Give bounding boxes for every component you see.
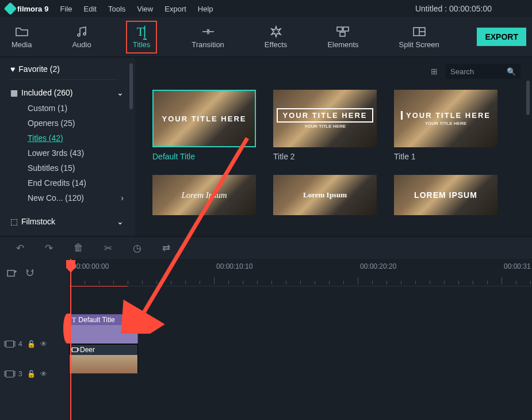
category-subtitles-label: Subtitles (15)	[28, 163, 75, 173]
category-openers-label: Openers (25)	[28, 119, 75, 128]
category-subtitles[interactable]: Subtitles (15)	[28, 161, 135, 175]
tool-titles[interactable]: T| Titles	[126, 21, 158, 54]
category-titles-label: Titles (42)	[28, 133, 63, 143]
video-clip[interactable]: Deer	[69, 344, 138, 373]
track-4-num: 4	[18, 340, 22, 348]
menu-tools[interactable]: Tools	[108, 5, 125, 13]
history-button[interactable]: ◷	[133, 242, 141, 254]
title-thumb-script[interactable]: Lorem Ipsum	[152, 175, 256, 215]
timeline-ruler[interactable]: 00:00:00:00 00:00:10:10 00:00:20:20 00:0…	[69, 259, 532, 287]
filmstock-category[interactable]: ⬚ Filmstock ⌄	[10, 217, 135, 226]
thumb-overlay-text: YOUR TITLE HERE	[162, 114, 246, 123]
category-openers[interactable]: Openers (25)	[28, 116, 135, 131]
category-sidebar: ♥ Favorite (2) ▦ Included (260) ⌄ Custom…	[0, 58, 135, 236]
grid-icon: ▦	[10, 88, 18, 97]
adjust-button[interactable]: ⇄	[162, 242, 170, 254]
thumb-overlay-text: YOUR TITLE HERE	[401, 111, 491, 120]
title-thumb-condensed[interactable]: LOREM IPSUM	[394, 175, 497, 215]
gallery-scrollbar[interactable]	[526, 81, 530, 115]
category-lower3rds[interactable]: Lower 3rds (43)	[28, 146, 135, 161]
chevron-down-icon: ⌄	[117, 88, 124, 97]
ruler-label-2: 00:00:20:20	[360, 262, 396, 270]
delete-button[interactable]: 🗑	[74, 242, 83, 254]
playhead[interactable]	[70, 259, 71, 420]
tool-elements[interactable]: Elements	[322, 22, 364, 52]
elements-icon	[336, 25, 349, 38]
magnet-icon[interactable]	[25, 268, 35, 277]
ruler-label-1: 00:00:10:10	[216, 262, 252, 270]
heart-icon: ♥	[10, 64, 15, 74]
cut-button[interactable]: ✂	[104, 242, 112, 254]
included-label: Included (260)	[21, 88, 73, 97]
tool-effects-label: Effects	[265, 40, 288, 49]
tool-titles-label: Titles	[133, 40, 151, 49]
effects-icon	[270, 25, 282, 38]
package-icon: ⬚	[10, 217, 18, 226]
category-custom[interactable]: Custom (1)	[28, 101, 135, 116]
export-button[interactable]: EXPORT	[477, 28, 526, 46]
thumb-overlay-sub: YOUR TITLE HERE	[425, 121, 466, 126]
filmstrip-icon	[6, 371, 14, 377]
thumb-overlay-text: Lorem Ipsum	[303, 190, 347, 200]
category-custom-label: Custom (1)	[28, 104, 67, 113]
tool-splitscreen-label: Split Screen	[399, 40, 439, 49]
tool-splitscreen[interactable]: Split Screen	[393, 22, 445, 52]
timeline: 4 🔓 👁 3 🔓 👁 00:00:00:00 00:00:10:10 00:0…	[0, 259, 532, 420]
category-titles[interactable]: Titles (42)	[28, 131, 135, 146]
menu-export[interactable]: Export	[164, 5, 186, 13]
transition-icon	[201, 25, 215, 38]
text-icon: T|	[136, 25, 146, 38]
timeline-tracks[interactable]: 00:00:00:00 00:00:10:10 00:00:20:20 00:0…	[69, 259, 532, 420]
main-toolbar: Media Audio T| Titles Transition Effects…	[0, 17, 532, 58]
thumbnail-grid: YOUR TITLE HERE Default Title YOUR TITLE…	[152, 90, 520, 215]
tool-transition[interactable]: Transition	[186, 22, 230, 52]
lock-icon[interactable]: 🔓	[27, 340, 36, 348]
menu-edit[interactable]: Edit	[84, 5, 97, 13]
favorite-category[interactable]: ♥ Favorite (2)	[10, 64, 118, 80]
ruler-label-3: 00:00:31	[504, 262, 531, 270]
redo-button[interactable]: ↷	[45, 242, 53, 254]
included-category[interactable]: ▦ Included (260) ⌄	[10, 88, 135, 97]
eye-icon[interactable]: 👁	[40, 340, 47, 348]
menu-view[interactable]: View	[137, 5, 153, 13]
category-newco[interactable]: New Co... (120)›	[28, 190, 135, 205]
tool-elements-label: Elements	[327, 40, 358, 49]
track-3-header: 3 🔓 👁	[0, 359, 69, 389]
tool-media[interactable]: Media	[6, 22, 37, 52]
title-thumb-2[interactable]: YOUR TITLE HEREYOUR TITLE HERE Title 2	[273, 90, 377, 161]
menu-file[interactable]: File	[60, 5, 72, 13]
category-endcredits-label: End Credits (14)	[28, 178, 86, 188]
svg-rect-2	[340, 32, 345, 36]
title-gallery: ⊞ Search 🔍 YOUR TITLE HERE Default Title…	[135, 58, 532, 236]
grid-view-icon[interactable]: ⊞	[431, 67, 438, 76]
category-newco-label: New Co... (120)	[28, 193, 84, 203]
category-list: Custom (1) Openers (25) Titles (42) Lowe…	[10, 97, 135, 205]
tool-audio[interactable]: Audio	[66, 22, 97, 52]
title-thumb-1[interactable]: YOUR TITLE HEREYOUR TITLE HERE Title 1	[394, 90, 497, 161]
title-thumb-serif[interactable]: Lorem Ipsum	[273, 175, 377, 215]
sidebar-scrollbar[interactable]	[129, 63, 133, 109]
title-thumb-default[interactable]: YOUR TITLE HERE Default Title	[152, 90, 256, 161]
category-endcredits[interactable]: End Credits (14)	[28, 175, 135, 190]
undo-button[interactable]: ↶	[16, 242, 24, 254]
project-title: Untitled : 00:00:05:00	[415, 4, 492, 13]
thumb-label: Default Title	[152, 152, 256, 161]
text-icon: T	[72, 316, 76, 324]
tool-effects[interactable]: Effects	[259, 22, 293, 52]
eye-icon[interactable]: 👁	[40, 370, 47, 378]
menu-help[interactable]: Help	[198, 5, 213, 13]
thumb-label: Title 2	[273, 152, 377, 161]
tool-audio-label: Audio	[72, 40, 91, 49]
chevron-down-icon: ⌄	[117, 217, 124, 226]
filmstock-label: Filmstock	[21, 217, 55, 226]
lock-icon[interactable]: 🔓	[27, 370, 36, 378]
svg-rect-7	[7, 270, 14, 276]
folder-icon	[16, 25, 28, 38]
add-track-icon[interactable]	[7, 269, 17, 277]
filmstrip-icon	[6, 341, 14, 348]
search-input[interactable]: Search 🔍	[446, 64, 520, 79]
thumb-overlay-sub: YOUR TITLE HERE	[304, 124, 346, 129]
favorite-label: Favorite (2)	[18, 64, 60, 74]
title-clip[interactable]: TDefault Title	[69, 314, 138, 343]
logo-icon	[4, 2, 17, 16]
